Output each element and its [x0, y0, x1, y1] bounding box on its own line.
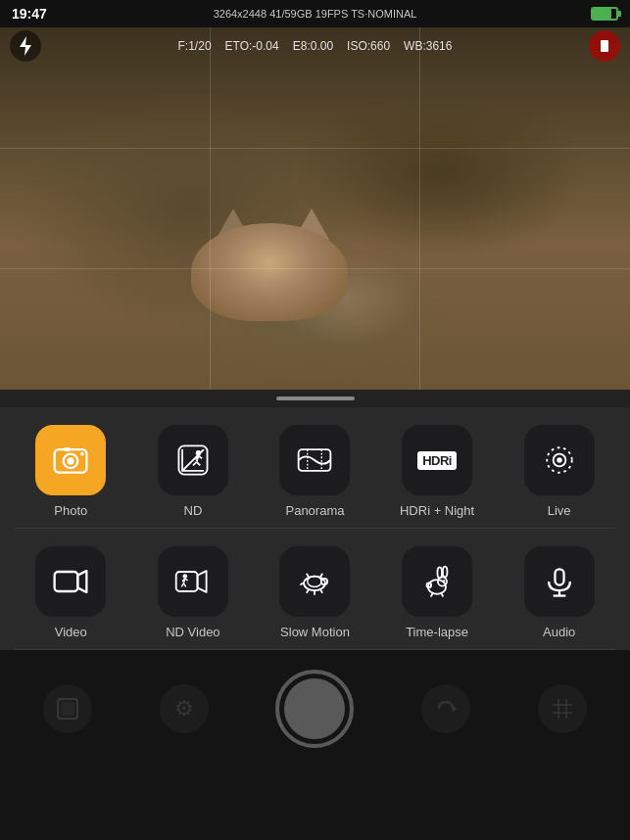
slow-motion-label: Slow Motion [280, 625, 350, 639]
video-icon-wrap[interactable] [35, 546, 106, 617]
live-icon-wrap[interactable] [524, 425, 595, 495]
svg-point-19 [557, 457, 561, 462]
time-lapse-icon [417, 562, 457, 601]
hdri-badge: HDRi [417, 451, 457, 470]
nd-icon [173, 441, 213, 480]
time-lapse-label: Time-lapse [406, 625, 468, 639]
nd-video-icon [173, 562, 213, 601]
svg-point-42 [443, 580, 445, 582]
status-right [591, 7, 618, 21]
svg-point-6 [80, 452, 84, 456]
nd-icon-wrap[interactable] [158, 425, 228, 495]
panorama-label: Panorama [285, 503, 344, 518]
scroll-pill [276, 397, 355, 400]
record-button[interactable] [589, 30, 620, 62]
time-lapse-icon-wrap[interactable] [402, 546, 472, 617]
svg-point-4 [68, 457, 74, 464]
viewfinder-background [0, 27, 630, 390]
mode-item-nd-video[interactable]: ND Video [154, 546, 232, 639]
wb-param: WB:3616 [404, 39, 452, 53]
live-icon [540, 441, 579, 480]
svg-marker-23 [197, 571, 206, 592]
svg-marker-21 [78, 571, 87, 592]
mode-item-live[interactable]: Live [520, 425, 599, 518]
svg-rect-1 [601, 40, 608, 52]
svg-rect-22 [176, 572, 198, 591]
svg-line-11 [197, 462, 201, 466]
audio-icon [540, 562, 579, 601]
mode-item-audio[interactable]: Audio [520, 546, 599, 639]
hdri-icon-wrap[interactable]: HDRi [402, 425, 472, 495]
video-icon [51, 562, 90, 601]
svg-point-24 [182, 574, 187, 579]
ev-param: E8:0.00 [293, 39, 333, 53]
decorative [191, 223, 348, 321]
photo-label: Photo [54, 503, 87, 518]
svg-marker-0 [20, 36, 31, 56]
scroll-indicator [0, 390, 630, 407]
mode-item-hdri[interactable]: HDRi HDRi + Night [398, 425, 476, 518]
flash-button[interactable] [10, 30, 41, 62]
panorama-icon-wrap[interactable] [279, 425, 350, 495]
panorama-icon [295, 441, 334, 480]
svg-rect-46 [555, 569, 563, 584]
mode-item-time-lapse[interactable]: Time-lapse [398, 546, 476, 639]
mode-item-panorama[interactable]: Panorama [275, 425, 354, 518]
status-info: 3264x2448 41/59GB 19FPS TS·NOMINAL [214, 8, 417, 20]
mode-item-slow-motion[interactable]: Slow Motion [275, 546, 354, 639]
mode-item-nd[interactable]: ND [154, 425, 232, 518]
mode-row-1: Photo ND [0, 407, 630, 528]
slow-motion-icon [295, 562, 334, 601]
camera-top-bar: F:1/20 ETO:-0.04 E8:0.00 ISO:660 WB:3616 [0, 27, 630, 65]
exposure-param: ETO:-0.04 [225, 39, 279, 53]
svg-line-27 [183, 583, 185, 587]
camera-parameters: F:1/20 ETO:-0.04 E8:0.00 ISO:660 WB:3616 [49, 39, 581, 53]
svg-rect-5 [64, 447, 71, 451]
mode-item-photo[interactable]: Photo [31, 425, 110, 518]
mode-item-video[interactable]: Video [31, 546, 110, 639]
dim-overlay [0, 650, 630, 840]
slow-motion-icon-wrap[interactable] [279, 546, 350, 617]
audio-label: Audio [543, 625, 575, 639]
svg-rect-20 [55, 572, 78, 591]
mode-panel: Photo ND [0, 407, 630, 650]
iso-param: ISO:660 [347, 39, 390, 53]
svg-line-13 [198, 455, 202, 458]
video-label: Video [55, 625, 87, 639]
camera-icon [51, 441, 90, 480]
nd-label: ND [184, 503, 203, 518]
photo-icon-wrap[interactable] [35, 425, 106, 495]
mode-row-2: Video ND Video [0, 529, 630, 649]
hdri-label: HDRi + Night [400, 503, 474, 518]
svg-point-40 [438, 567, 443, 578]
live-label: Live [548, 503, 571, 518]
viewfinder[interactable]: F:1/20 ETO:-0.04 E8:0.00 ISO:660 WB:3616 [0, 27, 630, 390]
nd-video-icon-wrap[interactable] [158, 546, 228, 617]
battery-icon [591, 7, 618, 21]
nd-video-label: ND Video [166, 625, 219, 639]
audio-icon-wrap[interactable] [524, 546, 595, 617]
bottom-controls: ⚙ [0, 650, 630, 840]
status-bar: 19:47 3264x2448 41/59GB 19FPS TS·NOMINAL [0, 0, 630, 27]
svg-point-31 [308, 577, 322, 587]
status-time: 19:47 [12, 6, 47, 22]
svg-point-8 [196, 450, 201, 455]
svg-point-41 [443, 567, 448, 578]
svg-line-29 [185, 579, 188, 581]
aperture-param: F:1/20 [178, 39, 212, 53]
